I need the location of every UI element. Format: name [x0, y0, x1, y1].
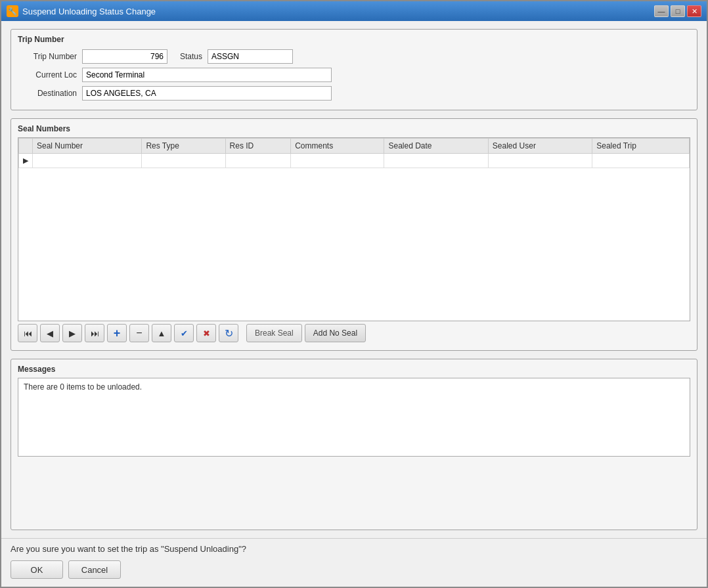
trip-number-group-title: Trip Number — [18, 35, 690, 44]
prev-button[interactable]: ◀ — [40, 324, 60, 342]
cell-res-type[interactable] — [142, 154, 225, 168]
app-icon: 🔧 — [7, 5, 18, 17]
current-loc-label: Current Loc — [18, 70, 77, 79]
break-seal-button[interactable]: Break Seal — [246, 324, 302, 342]
title-bar-left: 🔧 Suspend Unloading Status Change — [7, 5, 156, 17]
status-input[interactable] — [208, 49, 293, 64]
main-window: 🔧 Suspend Unloading Status Change — □ ✕ … — [0, 0, 708, 588]
cancel-button[interactable]: Cancel — [68, 560, 121, 579]
destination-row: Destination — [18, 86, 690, 101]
current-loc-row: Current Loc — [18, 68, 690, 82]
seal-numbers-section: Seal Numbers Seal Number Res Type Res ID… — [11, 118, 697, 351]
messages-title: Messages — [18, 365, 690, 374]
window-body: Trip Number Trip Number Status Current L… — [1, 21, 707, 538]
next-button[interactable]: ▶ — [62, 324, 82, 342]
seal-numbers-table-container[interactable]: Seal Number Res Type Res ID Comments Sea… — [18, 137, 690, 321]
col-sealed-trip: Sealed Trip — [592, 139, 690, 154]
col-res-type: Res Type — [142, 139, 225, 154]
col-indicator — [19, 139, 33, 154]
col-res-id: Res ID — [225, 139, 291, 154]
messages-text: There are 0 items to be unloaded. — [24, 382, 142, 392]
first-button[interactable]: ⏮ — [18, 324, 37, 342]
up-button[interactable]: ▲ — [152, 324, 171, 342]
add-no-seal-button[interactable]: Add No Seal — [305, 324, 366, 342]
trip-number-row: Trip Number Status — [18, 49, 690, 64]
messages-box: There are 0 items to be unloaded. — [18, 378, 690, 457]
maximize-button[interactable]: □ — [671, 5, 685, 17]
trip-number-group: Trip Number Trip Number Status Current L… — [11, 29, 697, 110]
row-indicator: ▶ — [19, 154, 33, 168]
seal-numbers-table: Seal Number Res Type Res ID Comments Sea… — [18, 138, 690, 168]
ok-button[interactable]: OK — [11, 560, 63, 579]
cell-sealed-user[interactable] — [488, 154, 592, 168]
status-label: Status — [173, 52, 202, 61]
cell-comments[interactable] — [291, 154, 384, 168]
destination-input[interactable] — [82, 86, 332, 101]
col-comments: Comments — [291, 139, 384, 154]
cell-sealed-trip[interactable] — [592, 154, 690, 168]
cell-seal-number[interactable] — [33, 154, 142, 168]
confirm-buttons: OK Cancel — [11, 560, 697, 579]
cell-sealed-date[interactable] — [384, 154, 488, 168]
last-button[interactable]: ⏭ — [85, 324, 104, 342]
cancel-row-button[interactable]: ✖ — [196, 324, 216, 342]
table-row[interactable]: ▶ — [19, 154, 690, 168]
destination-label: Destination — [18, 89, 77, 98]
messages-section: Messages There are 0 items to be unloade… — [11, 359, 697, 530]
refresh-button[interactable]: ↻ — [219, 324, 238, 342]
col-sealed-user: Sealed User — [488, 139, 592, 154]
confirm-button[interactable]: ✔ — [174, 324, 194, 342]
delete-button[interactable]: − — [129, 324, 149, 342]
cell-res-id[interactable] — [225, 154, 291, 168]
col-sealed-date: Sealed Date — [384, 139, 488, 154]
seal-numbers-title: Seal Numbers — [18, 124, 690, 133]
confirm-section: Are you sure you want to set the trip as… — [1, 538, 707, 587]
close-button[interactable]: ✕ — [687, 5, 701, 17]
current-loc-input[interactable] — [82, 68, 332, 82]
title-bar: 🔧 Suspend Unloading Status Change — □ ✕ — [1, 1, 707, 21]
col-seal-number: Seal Number — [33, 139, 142, 154]
minimize-button[interactable]: — — [654, 5, 669, 17]
title-buttons: — □ ✕ — [654, 5, 701, 17]
window-title: Suspend Unloading Status Change — [22, 7, 156, 16]
confirm-text: Are you sure you want to set the trip as… — [11, 544, 697, 554]
toolbar: ⏮ ◀ ▶ ⏭ + − ▲ ✔ ✖ ↻ Break Seal Add No Se… — [18, 321, 690, 345]
trip-number-label: Trip Number — [18, 52, 77, 61]
table-header-row: Seal Number Res Type Res ID Comments Sea… — [19, 139, 690, 154]
trip-number-input[interactable] — [82, 49, 167, 64]
add-button[interactable]: + — [107, 324, 127, 342]
